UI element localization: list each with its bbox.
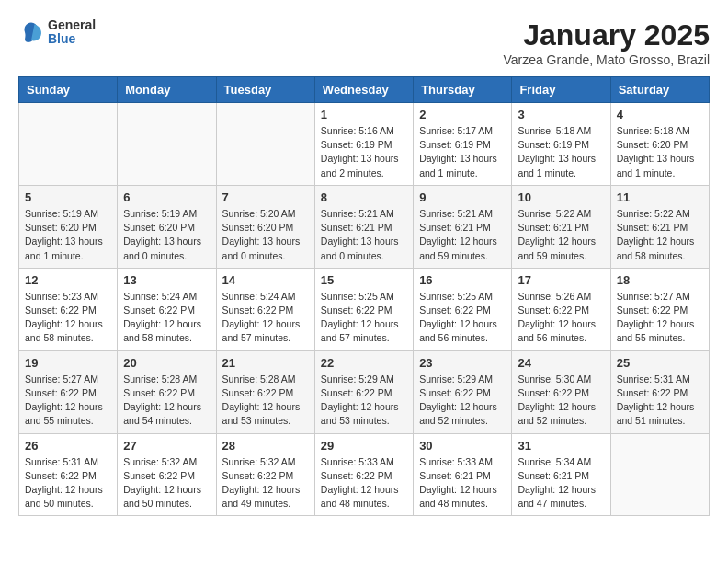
- day-number: 14: [222, 273, 309, 287]
- day-number: 18: [617, 273, 703, 287]
- day-number: 16: [419, 273, 506, 287]
- calendar-day-cell: 30Sunrise: 5:33 AM Sunset: 6:21 PM Dayli…: [414, 433, 512, 516]
- day-info: Sunrise: 5:18 AM Sunset: 6:19 PM Dayligh…: [518, 124, 604, 180]
- logo-general-text: General: [48, 18, 96, 32]
- day-number: 11: [617, 190, 703, 204]
- calendar-week-row: 19Sunrise: 5:27 AM Sunset: 6:22 PM Dayli…: [19, 350, 710, 433]
- calendar-day-cell: 14Sunrise: 5:24 AM Sunset: 6:22 PM Dayli…: [216, 268, 314, 350]
- day-number: 28: [222, 439, 309, 453]
- calendar-day-cell: 21Sunrise: 5:28 AM Sunset: 6:22 PM Dayli…: [216, 350, 314, 433]
- weekday-header-row: SundayMondayTuesdayWednesdayThursdayFrid…: [19, 77, 710, 103]
- day-info: Sunrise: 5:21 AM Sunset: 6:21 PM Dayligh…: [321, 207, 407, 263]
- day-info: Sunrise: 5:27 AM Sunset: 6:22 PM Dayligh…: [25, 373, 111, 429]
- day-number: 10: [518, 190, 604, 204]
- day-info: Sunrise: 5:33 AM Sunset: 6:21 PM Dayligh…: [419, 455, 506, 511]
- calendar-day-cell: 5Sunrise: 5:19 AM Sunset: 6:20 PM Daylig…: [19, 185, 118, 268]
- day-number: 8: [321, 190, 407, 204]
- day-info: Sunrise: 5:28 AM Sunset: 6:22 PM Dayligh…: [123, 373, 210, 429]
- day-info: Sunrise: 5:24 AM Sunset: 6:22 PM Dayligh…: [222, 290, 309, 346]
- weekday-header-sunday: Sunday: [19, 77, 118, 103]
- day-number: 27: [123, 439, 210, 453]
- calendar-day-cell: 10Sunrise: 5:22 AM Sunset: 6:21 PM Dayli…: [512, 185, 610, 268]
- calendar-week-row: 1Sunrise: 5:16 AM Sunset: 6:19 PM Daylig…: [19, 103, 710, 186]
- day-number: 22: [321, 356, 407, 370]
- calendar-day-cell: 26Sunrise: 5:31 AM Sunset: 6:22 PM Dayli…: [19, 433, 118, 516]
- day-info: Sunrise: 5:22 AM Sunset: 6:21 PM Dayligh…: [518, 207, 604, 263]
- day-info: Sunrise: 5:17 AM Sunset: 6:19 PM Dayligh…: [419, 124, 506, 180]
- day-number: 1: [321, 108, 407, 121]
- calendar-day-cell: 1Sunrise: 5:16 AM Sunset: 6:19 PM Daylig…: [314, 103, 413, 186]
- day-info: Sunrise: 5:19 AM Sunset: 6:20 PM Dayligh…: [25, 207, 111, 263]
- calendar-week-row: 26Sunrise: 5:31 AM Sunset: 6:22 PM Dayli…: [19, 433, 710, 516]
- day-info: Sunrise: 5:28 AM Sunset: 6:22 PM Dayligh…: [222, 373, 309, 429]
- day-info: Sunrise: 5:25 AM Sunset: 6:22 PM Dayligh…: [321, 290, 407, 346]
- calendar-day-cell: [610, 433, 709, 516]
- logo-text: General Blue: [48, 18, 96, 47]
- weekday-header-monday: Monday: [118, 77, 216, 103]
- calendar-week-row: 5Sunrise: 5:19 AM Sunset: 6:20 PM Daylig…: [19, 185, 710, 268]
- day-info: Sunrise: 5:24 AM Sunset: 6:22 PM Dayligh…: [123, 290, 210, 346]
- day-info: Sunrise: 5:23 AM Sunset: 6:22 PM Dayligh…: [25, 290, 111, 346]
- day-info: Sunrise: 5:33 AM Sunset: 6:22 PM Dayligh…: [321, 455, 407, 511]
- day-number: 20: [123, 356, 210, 370]
- calendar-day-cell: 9Sunrise: 5:21 AM Sunset: 6:21 PM Daylig…: [414, 185, 512, 268]
- weekday-header-saturday: Saturday: [610, 77, 709, 103]
- calendar-day-cell: 27Sunrise: 5:32 AM Sunset: 6:22 PM Dayli…: [118, 433, 216, 516]
- day-info: Sunrise: 5:31 AM Sunset: 6:22 PM Dayligh…: [25, 455, 111, 511]
- calendar-day-cell: 2Sunrise: 5:17 AM Sunset: 6:19 PM Daylig…: [414, 103, 512, 186]
- calendar-day-cell: 20Sunrise: 5:28 AM Sunset: 6:22 PM Dayli…: [118, 350, 216, 433]
- calendar-day-cell: 28Sunrise: 5:32 AM Sunset: 6:22 PM Dayli…: [216, 433, 314, 516]
- day-number: 13: [123, 273, 210, 287]
- weekday-header-wednesday: Wednesday: [314, 77, 413, 103]
- month-year-title: January 2025: [503, 18, 710, 52]
- calendar-day-cell: 29Sunrise: 5:33 AM Sunset: 6:22 PM Dayli…: [314, 433, 413, 516]
- calendar-table: SundayMondayTuesdayWednesdayThursdayFrid…: [18, 76, 710, 516]
- weekday-header-thursday: Thursday: [414, 77, 512, 103]
- day-number: 7: [222, 190, 309, 204]
- day-info: Sunrise: 5:19 AM Sunset: 6:20 PM Dayligh…: [123, 207, 210, 263]
- day-info: Sunrise: 5:16 AM Sunset: 6:19 PM Dayligh…: [321, 124, 407, 180]
- calendar-day-cell: 6Sunrise: 5:19 AM Sunset: 6:20 PM Daylig…: [118, 185, 216, 268]
- title-block: January 2025 Varzea Grande, Mato Grosso,…: [503, 18, 710, 67]
- day-number: 2: [419, 108, 506, 121]
- day-info: Sunrise: 5:26 AM Sunset: 6:22 PM Dayligh…: [518, 290, 604, 346]
- day-info: Sunrise: 5:18 AM Sunset: 6:20 PM Dayligh…: [617, 124, 703, 180]
- day-number: 3: [518, 108, 604, 121]
- calendar-day-cell: 15Sunrise: 5:25 AM Sunset: 6:22 PM Dayli…: [314, 268, 413, 350]
- calendar-day-cell: 22Sunrise: 5:29 AM Sunset: 6:22 PM Dayli…: [314, 350, 413, 433]
- day-number: 29: [321, 439, 407, 453]
- day-number: 9: [419, 190, 506, 204]
- day-number: 25: [617, 356, 703, 370]
- day-info: Sunrise: 5:34 AM Sunset: 6:21 PM Dayligh…: [518, 455, 604, 511]
- calendar-day-cell: 12Sunrise: 5:23 AM Sunset: 6:22 PM Dayli…: [19, 268, 118, 350]
- day-number: 4: [617, 108, 703, 121]
- day-info: Sunrise: 5:29 AM Sunset: 6:22 PM Dayligh…: [321, 373, 407, 429]
- day-info: Sunrise: 5:32 AM Sunset: 6:22 PM Dayligh…: [123, 455, 210, 511]
- calendar-day-cell: 23Sunrise: 5:29 AM Sunset: 6:22 PM Dayli…: [414, 350, 512, 433]
- day-number: 21: [222, 356, 309, 370]
- calendar-day-cell: [216, 103, 314, 186]
- day-number: 26: [25, 439, 111, 453]
- calendar-day-cell: 3Sunrise: 5:18 AM Sunset: 6:19 PM Daylig…: [512, 103, 610, 186]
- calendar-day-cell: 4Sunrise: 5:18 AM Sunset: 6:20 PM Daylig…: [610, 103, 709, 186]
- calendar-day-cell: 25Sunrise: 5:31 AM Sunset: 6:22 PM Dayli…: [610, 350, 709, 433]
- day-number: 12: [25, 273, 111, 287]
- calendar-day-cell: 17Sunrise: 5:26 AM Sunset: 6:22 PM Dayli…: [512, 268, 610, 350]
- weekday-header-friday: Friday: [512, 77, 610, 103]
- day-number: 17: [518, 273, 604, 287]
- day-number: 30: [419, 439, 506, 453]
- calendar-day-cell: 8Sunrise: 5:21 AM Sunset: 6:21 PM Daylig…: [314, 185, 413, 268]
- calendar-day-cell: 11Sunrise: 5:22 AM Sunset: 6:21 PM Dayli…: [610, 185, 709, 268]
- day-info: Sunrise: 5:27 AM Sunset: 6:22 PM Dayligh…: [617, 290, 703, 346]
- day-info: Sunrise: 5:20 AM Sunset: 6:20 PM Dayligh…: [222, 207, 309, 263]
- location-subtitle: Varzea Grande, Mato Grosso, Brazil: [503, 52, 710, 67]
- calendar-day-cell: 16Sunrise: 5:25 AM Sunset: 6:22 PM Dayli…: [414, 268, 512, 350]
- day-number: 6: [123, 190, 210, 204]
- day-info: Sunrise: 5:31 AM Sunset: 6:22 PM Dayligh…: [617, 373, 703, 429]
- day-number: 19: [25, 356, 111, 370]
- day-info: Sunrise: 5:32 AM Sunset: 6:22 PM Dayligh…: [222, 455, 309, 511]
- calendar-day-cell: 18Sunrise: 5:27 AM Sunset: 6:22 PM Dayli…: [610, 268, 709, 350]
- calendar-day-cell: 24Sunrise: 5:30 AM Sunset: 6:22 PM Dayli…: [512, 350, 610, 433]
- day-number: 31: [518, 439, 604, 453]
- day-number: 5: [25, 190, 111, 204]
